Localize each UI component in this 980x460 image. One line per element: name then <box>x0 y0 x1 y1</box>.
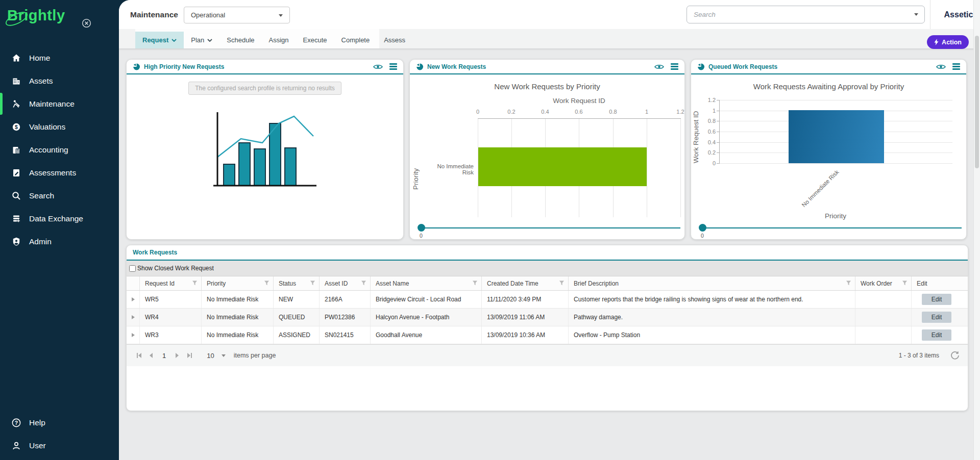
sidebar-item-label: Maintenance <box>29 99 75 109</box>
eye-icon[interactable] <box>373 64 383 70</box>
panel-menu-icon[interactable] <box>671 63 678 70</box>
panel-menu-icon[interactable] <box>389 63 397 70</box>
edit-button[interactable]: Edit <box>922 294 951 305</box>
scrollbar-thumb[interactable] <box>975 36 979 168</box>
eye-icon[interactable] <box>654 64 664 70</box>
tab-assess[interactable]: Assess <box>377 32 412 48</box>
column-header: Created Date Time <box>487 280 538 287</box>
tab-request[interactable]: Request <box>135 32 184 48</box>
sidebar-item-accounting[interactable]: Accounting <box>0 138 119 161</box>
search-input[interactable] <box>687 6 925 23</box>
grid-pager: 1 10 items per page 1 - 3 of 3 items <box>127 344 968 366</box>
sidebar-collapse-icon[interactable] <box>82 18 91 28</box>
sidebar-item-admin[interactable]: Admin <box>0 230 119 253</box>
gridline <box>680 119 681 217</box>
tab-schedule[interactable]: Schedule <box>219 32 261 48</box>
maintenance-icon <box>11 99 21 109</box>
axis-tick: 0.6 <box>699 129 716 135</box>
slider-track[interactable] <box>699 227 962 228</box>
sidebar-item-label: Assessments <box>29 168 76 177</box>
next-page-button[interactable] <box>171 349 183 362</box>
scrollbar-track[interactable] <box>973 0 980 460</box>
description-cell: Pathway damage. <box>569 309 855 326</box>
current-page[interactable]: 1 <box>162 352 166 360</box>
panel-header-icons <box>936 60 960 73</box>
valuations-icon: $ <box>11 122 21 132</box>
sidebar-item-user[interactable]: User <box>0 434 119 457</box>
search-dropdown-icon[interactable] <box>914 13 918 16</box>
edit-button[interactable]: Edit <box>922 312 951 323</box>
edit-button[interactable]: Edit <box>922 329 951 341</box>
filter-icon[interactable] <box>846 280 851 286</box>
tab-plan[interactable]: Plan <box>184 32 219 48</box>
filter-icon[interactable] <box>264 280 270 286</box>
filter-icon[interactable] <box>559 280 565 286</box>
category-axis-title: Priority <box>412 146 420 190</box>
panel-menu-icon[interactable] <box>952 63 960 70</box>
panel-title: Queued Work Requests <box>708 63 777 70</box>
request-id-cell: WR4 <box>140 309 202 326</box>
page-size-select[interactable]: 10 <box>207 352 225 360</box>
first-page-button[interactable] <box>133 349 145 362</box>
slider-handle[interactable] <box>699 224 706 232</box>
chevron-down-icon <box>222 354 226 357</box>
sidebar-item-assets[interactable]: Assets <box>0 69 119 92</box>
tab-assign[interactable]: Assign <box>262 32 296 48</box>
row-expand-icon[interactable] <box>132 315 135 319</box>
axis-tick: 0 <box>699 160 716 166</box>
last-page-button[interactable] <box>183 349 195 362</box>
sidebar-item-label: Search <box>29 191 54 200</box>
chevron-down-icon <box>207 39 212 42</box>
sidebar-item-search[interactable]: Search <box>0 184 119 207</box>
slider-track[interactable] <box>418 227 680 228</box>
refresh-icon[interactable] <box>950 351 960 360</box>
show-closed-checkbox[interactable] <box>129 265 136 272</box>
filter-icon[interactable] <box>310 280 315 286</box>
panel-header: High Priority New Requests <box>127 60 403 74</box>
filter-icon[interactable] <box>472 280 478 286</box>
sidebar-item-help[interactable]: ? Help <box>0 411 119 434</box>
sidebar-item-maintenance[interactable]: Maintenance <box>0 92 119 115</box>
sidebar-item-home[interactable]: Home <box>0 46 119 69</box>
value-axis-line <box>478 118 681 119</box>
module-select[interactable]: Operational <box>184 7 290 23</box>
panel-new-work-requests: New Work Requests New Work Requests by P… <box>409 59 685 240</box>
pie-chart-icon <box>416 63 423 70</box>
tab-label: Assess <box>384 32 405 48</box>
sidebar-item-valuations[interactable]: $ Valuations <box>0 115 119 138</box>
tab-complete[interactable]: Complete <box>334 32 377 48</box>
page-title: Maintenance <box>130 0 178 29</box>
admin-icon <box>11 237 21 247</box>
bar-no-immediate-risk[interactable] <box>789 110 884 163</box>
previous-page-button[interactable] <box>145 349 157 362</box>
chart-zoom-slider[interactable]: 0 <box>418 224 680 232</box>
column-header: Brief Description <box>574 280 619 287</box>
search-icon <box>11 191 21 201</box>
work-requests-panel: Work Requests Show Closed Work Request R… <box>126 245 968 411</box>
column-header: Work Order <box>861 280 892 287</box>
filter-icon[interactable] <box>192 280 198 286</box>
tab-band: Request Plan Schedule Assign Execute Com… <box>119 29 980 48</box>
panel-queued-work-requests: Queued Work Requests Work Requests Await… <box>691 59 967 240</box>
created-cell: 13/09/2019 11:06 AM <box>482 309 569 326</box>
sidebar-item-data-exchange[interactable]: Data Exchange <box>0 207 119 230</box>
panel-title: High Priority New Requests <box>144 63 224 70</box>
eye-icon[interactable] <box>936 64 946 70</box>
tab-execute[interactable]: Execute <box>296 32 334 48</box>
filter-icon[interactable] <box>902 280 908 286</box>
row-expand-icon[interactable] <box>132 333 135 337</box>
show-closed-label: Show Closed Work Request <box>137 265 214 272</box>
panel-high-priority-new-requests: High Priority New Requests The configure… <box>126 59 404 240</box>
row-expand-icon[interactable] <box>132 297 135 301</box>
brightly-logo: Brightly <box>7 7 65 30</box>
slider-handle[interactable] <box>418 224 425 232</box>
sidebar-item-assessments[interactable]: Assessments <box>0 161 119 184</box>
work-requests-header: Work Requests <box>127 245 968 261</box>
bar-no-immediate-risk[interactable] <box>478 147 647 186</box>
empty-message-wrap: The configured search profile is returni… <box>127 82 403 95</box>
chart-zoom-slider[interactable]: 0 <box>699 224 962 232</box>
filter-icon[interactable] <box>361 280 366 286</box>
axis-tick: 0 <box>468 109 488 115</box>
svg-text:?: ? <box>15 419 18 425</box>
action-button[interactable]: Action <box>927 35 969 49</box>
